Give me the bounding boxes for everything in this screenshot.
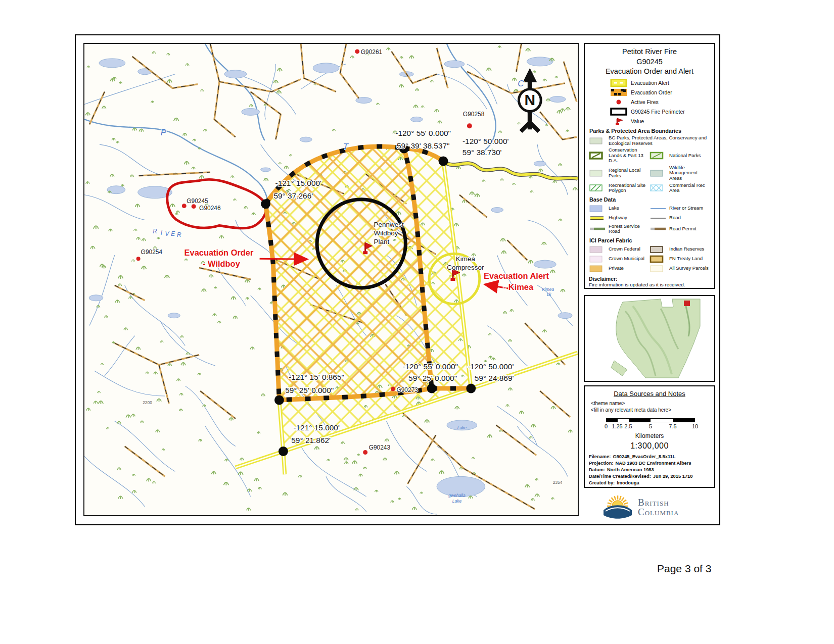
legend-section-heading: ICI Parcel Fabric [589, 237, 710, 243]
legend-entry: National Parks [650, 147, 710, 164]
legend-entry: Crown Federal [589, 245, 650, 254]
scale-units: Kilometers [589, 432, 710, 439]
legend-row: Crown FederalIndian Reserves [589, 244, 710, 254]
legend-row: Crown MunicipalFN Treaty Land [589, 254, 710, 264]
map-label: Lake [457, 425, 467, 430]
wildlife-mgmt-icon [650, 169, 667, 177]
legend-entry-label: Regional Local Parks [609, 168, 650, 178]
park-fill-icon [589, 137, 606, 145]
map-label: 59° 25' 0.000" [285, 386, 334, 394]
legend-entry-label: Private [609, 266, 624, 271]
legend-entry: Lake [589, 205, 650, 213]
notes-detail-key: Datum: [589, 467, 605, 472]
legend-entry: Private [589, 265, 650, 273]
lake-fill-icon [589, 205, 606, 213]
map-label: 2354 [553, 480, 563, 485]
value-icon [610, 117, 627, 125]
map-label: -120° 55' 0.000" [395, 129, 451, 137]
map-label: 59° 24.869' [475, 374, 514, 382]
map-label: Evacuation Alert [484, 271, 549, 280]
legend-entry-label: All Survey Parcels [669, 266, 709, 271]
map-label: Wildboy [374, 229, 398, 237]
fn-treaty-icon [650, 255, 667, 263]
legend-entry-label: River or Stream [669, 206, 703, 211]
legend-entry-label: FN Treaty Land [669, 256, 703, 262]
map-label: E [171, 230, 175, 237]
notes-detail-value: lmodouga [617, 480, 639, 485]
scale-tick-label: 0 [605, 423, 608, 429]
theme-name: <theme name> [591, 401, 710, 407]
map-label: Lk [547, 292, 552, 297]
map-label: Kimea [456, 255, 476, 263]
legend-entry-label: Lake [609, 206, 619, 211]
map-label: G90243 [369, 444, 391, 451]
map-label: -121° 15.000' [275, 179, 321, 187]
legend-entry: Conservation Lands & Part 13 D.A. [589, 147, 650, 164]
legend-entry-label: Forest Service Road [609, 224, 650, 234]
legend-entry: FN Treaty Land [650, 255, 710, 263]
bc-inset-panel [584, 295, 715, 382]
notes-detail-value: NAD 1983 BC Environment Albers [616, 461, 691, 466]
legend-section-heading: Parks & Protected Area Boundaries [589, 128, 710, 134]
indian-reserves-icon [650, 245, 667, 254]
map-label: - Kimea [503, 282, 534, 291]
legend-entry: Wildlife Management Areas [650, 165, 710, 181]
order-annotation-arrow [260, 259, 308, 259]
legend-item-label: Active Fires [631, 99, 659, 105]
scale-tick-label: 5 [649, 423, 652, 429]
notes-detail-line: Date/Time Created/Revised:Jun 29, 2015 1… [589, 473, 710, 480]
notes-detail-value: G90245_EvacOrder_8.5x11L [613, 454, 675, 459]
legend-entry: Crown Municipal [589, 255, 650, 263]
legend-item: Evacuation Alert [610, 79, 710, 87]
legend-entry-label: Wildlife Management Areas [669, 165, 710, 181]
notes-details: Filename:G90245_EvacOrder_8.5x11LProject… [589, 454, 710, 486]
legend-row: PrivateAll Survey Parcels [589, 264, 710, 273]
legend-row: LakeRiver or Stream [589, 204, 710, 213]
map-label: - Wildboy [203, 259, 241, 268]
bc-inset-map [585, 296, 714, 381]
page-number: Page 3 of 3 [657, 563, 711, 575]
legend-item: Evacuation Order [610, 88, 710, 96]
map-label: R [177, 231, 181, 238]
order-icon [610, 88, 627, 96]
scale-bar-segment [673, 419, 695, 422]
map-label: Lake [452, 499, 462, 504]
scale-tick-label: 2.5 [624, 423, 632, 429]
legend-entry-label: National Parks [669, 153, 701, 159]
scale-tick-label: 7.5 [669, 423, 676, 429]
legend-panel: Petitot River Fire G90245 Evacuation Ord… [584, 43, 715, 289]
legend-row: Regional Local ParksWildlife Management … [589, 164, 710, 182]
map-label: -120° 50.000' [462, 137, 508, 145]
scale-ratio: 1:300,000 [589, 441, 710, 451]
notes-detail-value: North American 1983 [607, 467, 654, 472]
legend-entry-label: Road [669, 215, 681, 221]
map-label: R [153, 228, 157, 235]
notes-detail-key: Filename: [589, 454, 611, 459]
map-label: -121° 15' 0.865" [289, 373, 344, 381]
legend-entry-label: Road Permit [669, 226, 696, 232]
legend-item-label: Value [631, 118, 644, 124]
legend-entry: Road [650, 214, 710, 222]
notes-detail-key: Created by: [589, 480, 615, 485]
map-label: N [525, 91, 536, 108]
legend-title-line2: G90245 [589, 57, 710, 67]
map-label: Kimea [542, 287, 554, 292]
notes-detail-value: Jun 29, 2015 1710 [653, 474, 693, 479]
scale-bar-segment [607, 419, 618, 422]
highway-line-icon [589, 214, 606, 222]
notes-detail-line: Filename:G90245_EvacOrder_8.5x11L [589, 454, 710, 460]
legend-item-label: Evacuation Alert [631, 80, 669, 86]
scale-bar-segment [651, 419, 673, 422]
map-label: 59° 25' 0.000" [408, 374, 457, 382]
river-line-icon [650, 205, 667, 213]
legend-item: Active Fires [610, 98, 710, 106]
fire-location-dot [684, 301, 690, 306]
legend-entry-label: Conservation Lands & Part 13 D.A. [609, 147, 650, 164]
legend-entry: All Survey Parcels [650, 265, 710, 273]
map-label: 59° 37.266' [273, 191, 313, 200]
legend-entry: Recreational Site Polygon [589, 183, 650, 193]
notes-detail-line: Created by:lmodouga [589, 480, 710, 486]
map-label: -120° 50.000' [468, 362, 514, 371]
legend-entry-label: BC Parks, Protected Areas, Conservancy a… [609, 135, 710, 146]
legend-entry: Indian Reserves [650, 245, 710, 254]
